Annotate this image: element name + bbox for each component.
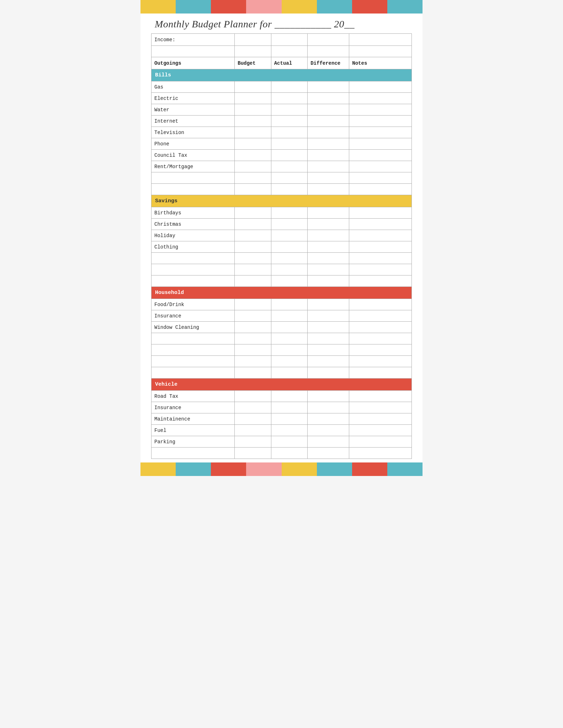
- cell-household-0-col-diff[interactable]: [308, 299, 349, 310]
- cell-bills-4-col-actual[interactable]: [271, 127, 307, 138]
- cell-household-6-col-budget[interactable]: [235, 367, 271, 379]
- cell-vehicle-4-col-budget[interactable]: [235, 436, 271, 448]
- cell-bills-1-col-diff[interactable]: [308, 93, 349, 104]
- cell-bills-5-col-notes[interactable]: [349, 138, 412, 150]
- cell-vehicle-1-col-diff[interactable]: [308, 402, 349, 413]
- cell-vehicle-3-col-budget[interactable]: [235, 425, 271, 436]
- cell-bills-7-col-actual[interactable]: [271, 161, 307, 172]
- cell-bills-7-col-notes[interactable]: [349, 161, 412, 172]
- cell-bills-2-col-notes[interactable]: [349, 104, 412, 116]
- cell-household-2-col-budget[interactable]: [235, 322, 271, 333]
- cell-vehicle-5-col-actual[interactable]: [271, 448, 307, 459]
- cell-bills-6-col-diff[interactable]: [308, 150, 349, 161]
- cell-household-1-col-actual[interactable]: [271, 310, 307, 322]
- cell-vehicle-1-col-budget[interactable]: [235, 402, 271, 413]
- cell-household-3-col-notes[interactable]: [349, 333, 412, 344]
- cell-savings-6-col-budget[interactable]: [235, 275, 271, 287]
- cell-savings-6-col-diff[interactable]: [308, 275, 349, 287]
- cell-bills-6-col-budget[interactable]: [235, 150, 271, 161]
- cell-vehicle-2-col-actual[interactable]: [271, 413, 307, 425]
- income-budget[interactable]: [235, 34, 271, 46]
- cell-bills-9-col-budget[interactable]: [235, 184, 271, 195]
- cell-vehicle-5-col-budget[interactable]: [235, 448, 271, 459]
- cell-savings-0-col-notes[interactable]: [349, 207, 412, 219]
- cell-bills-8-col-notes[interactable]: [349, 172, 412, 184]
- cell-bills-0-col-actual[interactable]: [271, 81, 307, 93]
- cell-savings-4-col-diff[interactable]: [308, 253, 349, 264]
- cell-savings-4-col-actual[interactable]: [271, 253, 307, 264]
- cell-bills-3-col-actual[interactable]: [271, 116, 307, 127]
- cell-bills-8-col-diff[interactable]: [308, 172, 349, 184]
- cell-household-0-col-notes[interactable]: [349, 299, 412, 310]
- cell-vehicle-4-col-notes[interactable]: [349, 436, 412, 448]
- cell-savings-1-col-diff[interactable]: [308, 219, 349, 230]
- cell-savings-3-col-notes[interactable]: [349, 241, 412, 253]
- cell-bills-6-col-notes[interactable]: [349, 150, 412, 161]
- cell-savings-1-col-notes[interactable]: [349, 219, 412, 230]
- cell-household-6-col-diff[interactable]: [308, 367, 349, 379]
- cell-vehicle-2-col-diff[interactable]: [308, 413, 349, 425]
- cell-bills-5-col-budget[interactable]: [235, 138, 271, 150]
- cell-bills-8-col-budget[interactable]: [235, 172, 271, 184]
- cell-vehicle-2-col-notes[interactable]: [349, 413, 412, 425]
- cell-savings-0-col-budget[interactable]: [235, 207, 271, 219]
- cell-bills-6-col-actual[interactable]: [271, 150, 307, 161]
- cell-savings-5-col-diff[interactable]: [308, 264, 349, 275]
- cell-savings-5-col-actual[interactable]: [271, 264, 307, 275]
- cell-vehicle-4-col-diff[interactable]: [308, 436, 349, 448]
- cell-household-0-col-actual[interactable]: [271, 299, 307, 310]
- cell-vehicle-1-col-notes[interactable]: [349, 402, 412, 413]
- cell-savings-6-col-notes[interactable]: [349, 275, 412, 287]
- cell-vehicle-2-col-budget[interactable]: [235, 413, 271, 425]
- cell-bills-3-col-notes[interactable]: [349, 116, 412, 127]
- cell-bills-2-col-actual[interactable]: [271, 104, 307, 116]
- cell-bills-0-col-budget[interactable]: [235, 81, 271, 93]
- cell-savings-5-col-notes[interactable]: [349, 264, 412, 275]
- cell-bills-4-col-notes[interactable]: [349, 127, 412, 138]
- cell-bills-4-col-diff[interactable]: [308, 127, 349, 138]
- cell-household-3-col-diff[interactable]: [308, 333, 349, 344]
- cell-bills-7-col-budget[interactable]: [235, 161, 271, 172]
- cell-bills-3-col-diff[interactable]: [308, 116, 349, 127]
- cell-household-4-col-actual[interactable]: [271, 344, 307, 356]
- income-notes[interactable]: [349, 34, 412, 46]
- cell-household-0-col-budget[interactable]: [235, 299, 271, 310]
- cell-bills-5-col-diff[interactable]: [308, 138, 349, 150]
- cell-vehicle-0-col-notes[interactable]: [349, 391, 412, 402]
- cell-savings-0-col-actual[interactable]: [271, 207, 307, 219]
- cell-bills-1-col-budget[interactable]: [235, 93, 271, 104]
- cell-bills-1-col-notes[interactable]: [349, 93, 412, 104]
- cell-household-2-col-notes[interactable]: [349, 322, 412, 333]
- cell-household-1-col-notes[interactable]: [349, 310, 412, 322]
- cell-vehicle-1-col-actual[interactable]: [271, 402, 307, 413]
- cell-household-1-col-budget[interactable]: [235, 310, 271, 322]
- income-actual[interactable]: [271, 34, 307, 46]
- cell-savings-2-col-notes[interactable]: [349, 230, 412, 241]
- cell-bills-8-col-actual[interactable]: [271, 172, 307, 184]
- cell-household-5-col-notes[interactable]: [349, 356, 412, 367]
- cell-vehicle-4-col-actual[interactable]: [271, 436, 307, 448]
- cell-bills-2-col-diff[interactable]: [308, 104, 349, 116]
- cell-household-3-col-actual[interactable]: [271, 333, 307, 344]
- cell-savings-1-col-actual[interactable]: [271, 219, 307, 230]
- cell-vehicle-0-col-actual[interactable]: [271, 391, 307, 402]
- cell-savings-3-col-diff[interactable]: [308, 241, 349, 253]
- cell-household-5-col-actual[interactable]: [271, 356, 307, 367]
- cell-household-2-col-actual[interactable]: [271, 322, 307, 333]
- cell-vehicle-3-col-diff[interactable]: [308, 425, 349, 436]
- cell-bills-9-col-notes[interactable]: [349, 184, 412, 195]
- cell-savings-3-col-actual[interactable]: [271, 241, 307, 253]
- cell-savings-2-col-budget[interactable]: [235, 230, 271, 241]
- cell-bills-4-col-budget[interactable]: [235, 127, 271, 138]
- cell-savings-1-col-budget[interactable]: [235, 219, 271, 230]
- cell-household-4-col-diff[interactable]: [308, 344, 349, 356]
- cell-bills-2-col-budget[interactable]: [235, 104, 271, 116]
- cell-household-2-col-diff[interactable]: [308, 322, 349, 333]
- cell-savings-2-col-diff[interactable]: [308, 230, 349, 241]
- cell-vehicle-0-col-budget[interactable]: [235, 391, 271, 402]
- cell-savings-4-col-budget[interactable]: [235, 253, 271, 264]
- cell-bills-9-col-diff[interactable]: [308, 184, 349, 195]
- cell-savings-4-col-notes[interactable]: [349, 253, 412, 264]
- cell-savings-6-col-actual[interactable]: [271, 275, 307, 287]
- cell-household-6-col-notes[interactable]: [349, 367, 412, 379]
